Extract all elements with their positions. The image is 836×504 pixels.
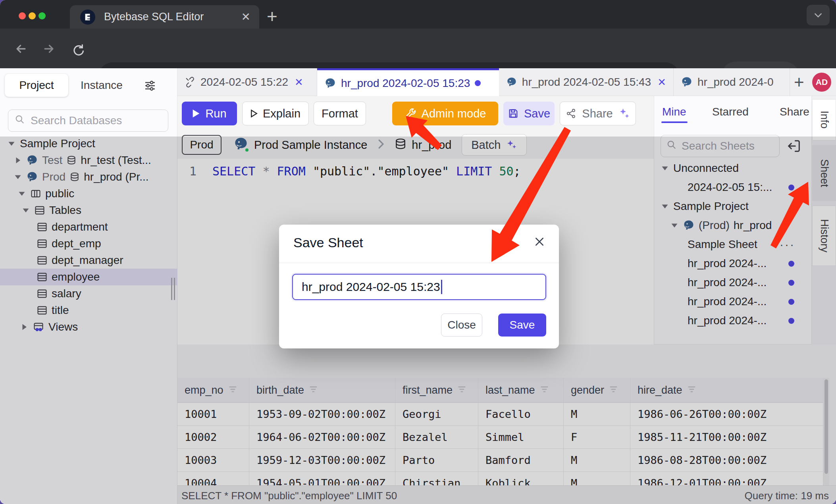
search-databases-placeholder: Search Databases [31, 114, 122, 127]
dialog-divider [279, 263, 559, 263]
browser-toolbar: localhost:8080/sql-editor/prod-sample-in… [0, 29, 836, 68]
sheet-tab-label: hr_prod 2024-0 [697, 76, 773, 88]
sheet-tabbar: 2024-02-05 15:22✕hr_prod 2024-02-05 15:2… [177, 68, 836, 96]
search-icon [15, 114, 25, 127]
sheet-tab-1[interactable]: hr_prod 2024-02-05 15:23 [317, 68, 499, 96]
close-tab-icon[interactable]: ✕ [241, 10, 250, 23]
dialog-close-icon[interactable] [534, 236, 545, 249]
save-button[interactable]: Save [503, 102, 555, 125]
forward-icon[interactable] [41, 42, 56, 57]
side-tab-info[interactable]: Info [812, 99, 836, 140]
bytebase-favicon [80, 10, 95, 25]
sheet-tab-label: hr_prod 2024-02-05 15:23 [341, 77, 470, 90]
search-databases-input[interactable]: Search Databases [8, 110, 168, 132]
ai-sparkles-icon [618, 108, 630, 119]
unsaved-dot [475, 80, 481, 86]
avatar[interactable]: AD [812, 73, 831, 92]
sheet-tab-label: hr_prod 2024-02-05 15:43 [522, 76, 651, 88]
new-tab-button[interactable]: + [267, 6, 277, 27]
format-button[interactable]: Format [314, 102, 366, 125]
wrench-icon [405, 108, 416, 119]
explain-button[interactable]: Explain [242, 102, 309, 125]
tab-instance[interactable]: Instance [78, 74, 125, 97]
editor-toolbar: Run Explain Format Admin mode Save S [177, 96, 654, 131]
active-tab-underline [661, 121, 688, 123]
text-cursor [441, 280, 442, 294]
sheet-name-input[interactable]: hr_prod 2024-02-05 15:23 [292, 274, 546, 300]
sheet-tab-3[interactable]: hr_prod 2024-0 [674, 68, 790, 96]
filter-sliders-icon[interactable] [143, 79, 157, 94]
run-button[interactable]: Run [182, 102, 237, 125]
tab-starred[interactable]: Starred [712, 106, 749, 118]
share-icon [566, 108, 577, 119]
new-sheet-tab-button[interactable]: + [794, 72, 804, 92]
admin-mode-button[interactable]: Admin mode [392, 102, 498, 125]
play-icon [192, 109, 200, 118]
dialog-close-button[interactable]: Close [441, 314, 482, 337]
share-button[interactable]: Share [560, 102, 636, 125]
browser-window: Bytebase SQL Editor ✕ + localhost:8080/s… [0, 0, 836, 504]
browser-chrome: Bytebase SQL Editor ✕ + localhost:8080/s… [0, 0, 836, 68]
play-outline-icon [250, 109, 258, 118]
close-sheet-tab-icon[interactable]: ✕ [295, 76, 303, 88]
minimize-window-button[interactable] [29, 12, 36, 19]
zoom-window-button[interactable] [39, 12, 46, 19]
sheet-tab-2[interactable]: hr_prod 2024-02-05 15:43✕ [499, 68, 674, 96]
tab-mine[interactable]: Mine [662, 106, 686, 118]
browser-tab-title: Bytebase SQL Editor [104, 11, 204, 23]
tab-project[interactable]: Project [5, 74, 68, 97]
save-floppy-icon [508, 108, 519, 119]
save-sheet-dialog: Save Sheet hr_prod 2024-02-05 15:23 Clos… [279, 225, 559, 348]
sheet-tab-0[interactable]: 2024-02-05 15:22✕ [177, 68, 317, 96]
close-window-button[interactable] [19, 12, 26, 19]
reload-icon[interactable] [71, 42, 85, 57]
dialog-title: Save Sheet [293, 235, 363, 250]
tab-share[interactable]: Share [780, 106, 809, 118]
close-sheet-tab-icon[interactable]: ✕ [657, 76, 666, 88]
dialog-save-button[interactable]: Save [498, 314, 546, 337]
sheet-tab-label: 2024-02-05 15:22 [200, 76, 288, 88]
browser-tab[interactable]: Bytebase SQL Editor ✕ [70, 5, 259, 29]
tab-search-chevron[interactable] [807, 5, 830, 25]
back-icon[interactable] [13, 42, 29, 57]
